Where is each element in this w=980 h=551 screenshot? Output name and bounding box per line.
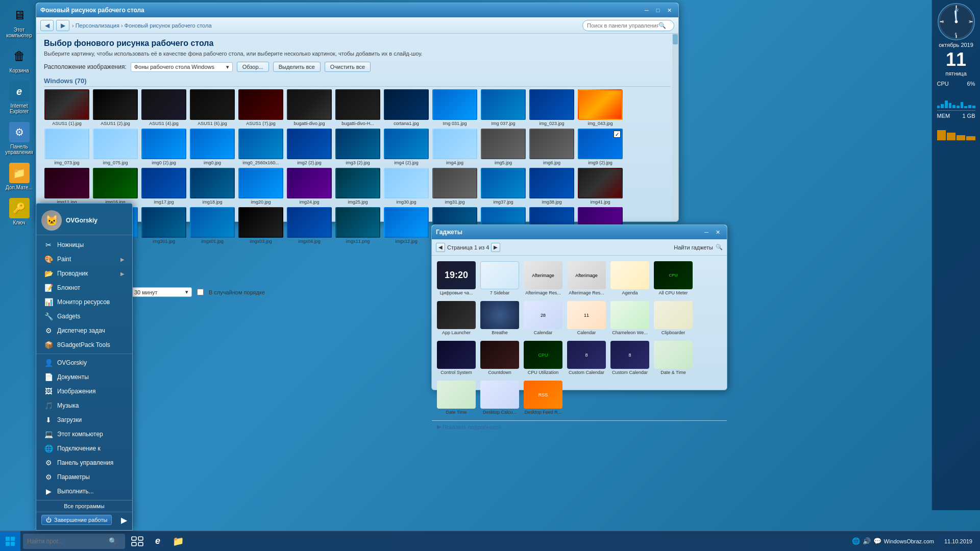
shuffle-checkbox[interactable] [197,289,204,295]
gadget-item[interactable]: App Launcher [436,299,477,337]
start-item-gadgets[interactable]: 🔧 Gadgets [36,309,132,323]
browse-button[interactable]: Обзор... [237,62,269,72]
image-item[interactable]: imgx03.jpg [238,207,284,244]
gadget-item[interactable]: Breathe [479,299,520,337]
show-details-button[interactable]: ▶ Показать подробности [437,423,501,430]
location-dropdown[interactable]: Фоны рабочего стола Windows ▾ [131,62,233,72]
start-item-scissors[interactable]: ✂ Ножницы [36,238,132,252]
image-item[interactable]: img2 (2).jpg [286,129,332,165]
start-item-paint[interactable]: 🎨 Paint ▶ [36,252,132,266]
start-item-run[interactable]: ▶ Выполнить... [36,484,132,498]
gadget-item[interactable]: RSSDesktop Feed R... [523,379,564,416]
image-item[interactable]: img0_2560x160... [238,129,284,165]
gadget-item[interactable]: 8Custom Calendar [566,339,607,377]
forward-button[interactable]: ▶ [56,20,69,31]
image-item[interactable]: img3 (2).jpg [335,129,381,165]
start-item-notepad[interactable]: 📝 Блокнот [36,281,132,295]
start-item-images[interactable]: 🖼 Изображения [36,384,132,398]
taskbar-search-input[interactable] [27,538,109,545]
start-item-connect[interactable]: 🌐 Подключение к [36,441,132,456]
image-item[interactable]: img_043.jpg [577,89,623,126]
breadcrumb-personalization[interactable]: Персонализация [76,22,119,29]
start-item-parameters[interactable]: ⚙ Параметры [36,470,132,484]
gadget-item[interactable]: 7 Sidebar [479,260,520,297]
image-item[interactable]: img17.jpg [141,168,187,205]
close-button[interactable]: ✕ [664,6,674,15]
slideshow-interval-dropdown[interactable]: 30 минут ▾ [131,287,192,297]
desktop-icon-folder[interactable]: 📁 Доп.Мате... [3,160,36,193]
gadget-item[interactable]: Agenda [609,260,650,297]
start-item-dispatcher[interactable]: ⚙ Диспетчер задач [36,323,132,338]
gadgets-minimize-button[interactable]: ─ [701,228,712,237]
image-item[interactable]: img11.jpg [44,168,90,205]
search-input[interactable] [587,22,658,29]
scrollbar-track[interactable] [672,34,678,221]
taskbar-file-explorer-button[interactable]: 📁 [168,532,188,551]
minimize-button[interactable]: ─ [642,6,652,15]
image-item[interactable]: Img 037.jpg [480,89,526,126]
gadget-item[interactable]: Desktop Calcu... [479,379,520,416]
scrollbar-thumb[interactable] [673,34,678,44]
gadget-item[interactable]: CPUCPU Utilization [523,339,564,377]
gadget-item[interactable]: AfterimageAfterimage Res... [566,260,607,297]
gadget-item[interactable]: 19:20Цифровые ча... [436,260,477,297]
image-item[interactable]: img18.jpg [189,168,235,205]
image-item[interactable]: bugatti-divo.jpg [286,89,332,126]
image-item[interactable]: imgx11.png [335,207,381,244]
gadget-item[interactable]: CPUAll CPU Meter [653,260,694,297]
gadget-item[interactable]: Chameleon We... [609,299,650,337]
gadget-item[interactable]: Control System [436,339,477,377]
gadget-item[interactable]: 28Calendar [523,299,564,337]
gadgets-close-button[interactable]: ✕ [713,228,723,237]
image-item[interactable]: img4.jpg [432,129,478,165]
image-item[interactable]: img_073.jpg [44,129,90,165]
gadget-item[interactable]: Date Time [436,379,477,416]
image-item[interactable]: img16.jpg [92,168,138,205]
image-item[interactable]: Img 031.jpg [432,89,478,126]
desktop-icon-computer[interactable]: 🖥 Этот компьютер [3,3,36,41]
start-item-user-folder[interactable]: 👤 OVGorskiy [36,356,132,370]
image-item[interactable]: ASUS1 (4).jpg [141,89,187,126]
start-item-music[interactable]: 🎵 Музыка [36,398,132,413]
image-item[interactable]: img25.jpg [335,168,381,205]
image-item[interactable]: img38.jpg [529,168,575,205]
image-item[interactable]: img_075.jpg [92,129,138,165]
clear-all-button[interactable]: Очистить все [325,62,371,72]
gadget-item[interactable]: Countdown [479,339,520,377]
gadget-item[interactable]: 8Custom Calendar [609,339,650,377]
image-item[interactable]: img37.jpg [480,168,526,205]
select-all-button[interactable]: Выделить все [273,62,321,72]
image-item[interactable]: imgx04.jpg [286,207,332,244]
image-item[interactable]: img24.jpg [286,168,332,205]
image-item[interactable]: cortana1.jpg [383,89,429,126]
image-item[interactable]: img4 (2).jpg [383,129,429,165]
image-item[interactable]: img6.jpg [529,129,575,165]
image-item[interactable]: img0.jpg [189,129,235,165]
image-item[interactable]: ASUS1 (7).jpg [238,89,284,126]
image-item[interactable]: ASUS1 (2).jpg [92,89,138,126]
breadcrumb-wallpaper[interactable]: Фоновый рисунок рабочего стола [125,22,212,29]
image-item[interactable]: bugatti-divo-H... [335,89,381,126]
image-item[interactable]: ASUS1 (6).jpg [189,89,235,126]
start-item-documents[interactable]: 📄 Документы [36,370,132,384]
page-next-button[interactable]: ▶ [491,243,500,252]
taskbar-ie-button[interactable]: e [148,532,167,551]
start-item-downloads[interactable]: ⬇ Загрузки [36,413,132,427]
image-item[interactable]: img31.jpg [432,168,478,205]
image-item[interactable]: img0 (2).jpg [141,129,187,165]
all-programs-button[interactable]: Все программы [36,500,132,512]
image-item[interactable]: img20.jpg [238,168,284,205]
gadget-item[interactable]: Date & Time [653,339,694,377]
desktop-icon-trash[interactable]: 🗑 Корзина [3,43,36,76]
maximize-button[interactable]: □ [653,6,663,15]
shutdown-button[interactable]: ⏻ Завершение работы [41,515,112,525]
image-item[interactable]: imgx01.jpg [189,207,235,244]
start-item-this-computer[interactable]: 💻 Этот компьютер [36,427,132,441]
image-item[interactable]: img5.jpg [480,129,526,165]
task-view-button[interactable] [128,532,147,551]
start-button[interactable] [0,531,20,552]
back-button[interactable]: ◀ [40,20,54,31]
image-item[interactable]: imgx12.jpg [383,207,429,244]
gadget-item[interactable]: Clipboarder [653,299,694,337]
image-item[interactable]: img301.jpg [141,207,187,244]
